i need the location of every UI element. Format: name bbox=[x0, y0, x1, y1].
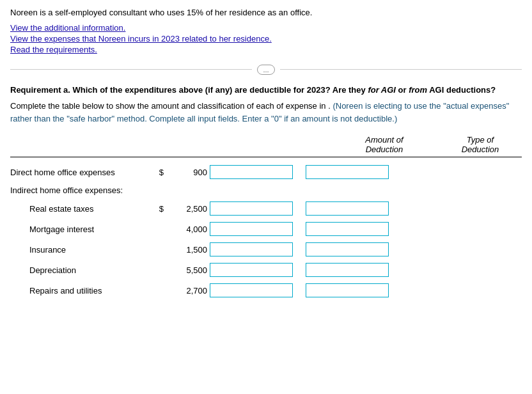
input-amount-real-estate[interactable] bbox=[210, 201, 293, 216]
amount-mortgage: 4,000 bbox=[169, 225, 207, 234]
input-amount-mortgage[interactable] bbox=[210, 222, 293, 236]
label-repairs-utilities: Repairs and utilities bbox=[10, 286, 151, 296]
label-insurance: Insurance bbox=[10, 245, 151, 255]
row-direct-home-office: Direct home office expenses $ 900 bbox=[10, 164, 522, 180]
row-depreciation: Depreciation 5,500 bbox=[10, 262, 522, 278]
link-expenses[interactable]: View the expenses that Noreen incurs in … bbox=[10, 34, 522, 43]
divider: ... bbox=[10, 65, 522, 75]
requirement-text: Which of the expenditures above (if any)… bbox=[70, 85, 368, 95]
input-type-direct[interactable] bbox=[306, 165, 389, 179]
row-indirect-header: Indirect home office expenses: bbox=[10, 184, 522, 196]
heading-end: AGI deductions? bbox=[427, 85, 496, 95]
input-amount-direct[interactable] bbox=[210, 165, 293, 179]
label-direct-home-office: Direct home office expenses bbox=[10, 168, 151, 177]
row-real-estate-taxes: Real estate taxes $ 2,500 bbox=[10, 200, 522, 217]
divider-dots[interactable]: ... bbox=[257, 65, 274, 75]
label-indirect-header: Indirect home office expenses: bbox=[10, 185, 151, 195]
from-agi-text: from bbox=[409, 85, 427, 95]
type-deduction-header: Type of Deduction bbox=[439, 135, 522, 154]
link-additional-info[interactable]: View the additional information. bbox=[10, 23, 522, 33]
label-depreciation: Depreciation bbox=[10, 265, 151, 275]
input-type-repairs[interactable] bbox=[306, 283, 389, 297]
label-mortgage-interest: Mortgage interest bbox=[10, 225, 151, 234]
instruction-text: Complete the table below to show the amo… bbox=[10, 100, 522, 125]
requirement-heading: Requirement a. Which of the expenditures… bbox=[10, 84, 522, 97]
input-amount-insurance[interactable] bbox=[210, 242, 293, 256]
input-type-insurance[interactable] bbox=[306, 242, 389, 256]
link-requirements[interactable]: Read the requirements. bbox=[10, 45, 522, 54]
row-repairs-utilities: Repairs and utilities 2,700 bbox=[10, 282, 522, 299]
or-text: or bbox=[396, 85, 409, 95]
divider-line-left bbox=[10, 69, 252, 70]
input-type-real-estate[interactable] bbox=[306, 201, 389, 216]
symbol-direct: $ bbox=[151, 168, 164, 177]
amount-real-estate: 2,500 bbox=[169, 204, 207, 214]
amount-direct: 900 bbox=[169, 168, 207, 177]
divider-line-right bbox=[280, 69, 522, 70]
input-type-mortgage[interactable] bbox=[306, 222, 389, 236]
amount-insurance: 1,500 bbox=[169, 245, 207, 255]
input-amount-depreciation[interactable] bbox=[210, 263, 293, 277]
amount-depreciation: 5,500 bbox=[169, 265, 207, 275]
symbol-real-estate: $ bbox=[151, 204, 164, 214]
label-real-estate-taxes: Real estate taxes bbox=[10, 204, 151, 214]
input-type-depreciation[interactable] bbox=[306, 263, 389, 277]
row-mortgage-interest: Mortgage interest 4,000 bbox=[10, 221, 522, 237]
intro-description: Noreen is a self-employed consultant who… bbox=[10, 6, 522, 19]
expense-table: Amount of Deduction Type of Deduction Di… bbox=[10, 135, 522, 299]
amount-deduction-header: Amount of Deduction bbox=[343, 135, 426, 154]
row-insurance: Insurance 1,500 bbox=[10, 241, 522, 258]
requirement-bold: Requirement a. bbox=[10, 85, 70, 95]
instruction-start: Complete the table below to show the amo… bbox=[10, 101, 332, 111]
for-agi-text: for AGI bbox=[368, 85, 396, 95]
input-amount-repairs[interactable] bbox=[210, 283, 293, 297]
amount-repairs: 2,700 bbox=[169, 286, 207, 296]
